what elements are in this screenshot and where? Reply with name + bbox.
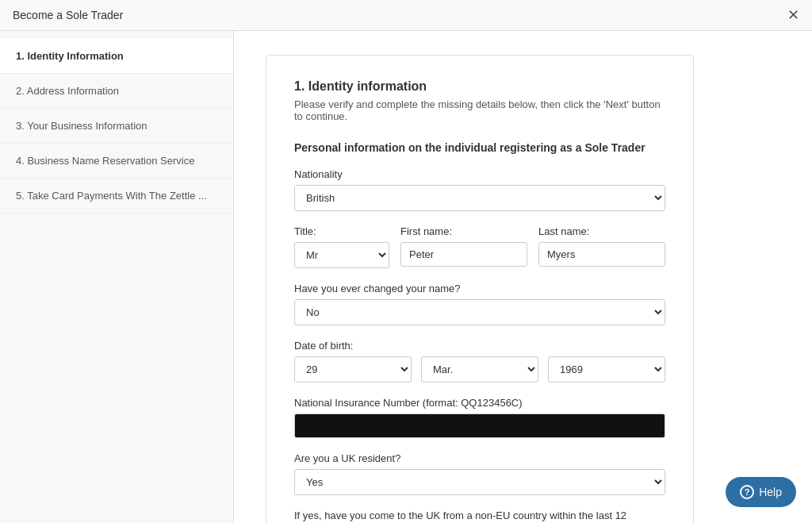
modal: Become a Sole Trader ✕ 1. Identity Infor… bbox=[0, 0, 812, 523]
dob-group: Date of birth: 29 Mar. bbox=[294, 340, 665, 383]
nationality-label: Nationality bbox=[294, 168, 665, 180]
last-name-input[interactable] bbox=[538, 242, 665, 267]
uk-resident-select[interactable]: Yes bbox=[294, 469, 665, 495]
ni-input[interactable] bbox=[294, 413, 665, 438]
ni-group: National Insurance Number (format: QQ123… bbox=[294, 397, 665, 438]
first-name-label: First name: bbox=[400, 225, 527, 237]
title-select[interactable]: Mr bbox=[294, 242, 389, 268]
help-button[interactable]: ? Help bbox=[726, 477, 796, 507]
non-eu-group: If yes, have you come to the UK from a n… bbox=[294, 510, 665, 523]
modal-title: Become a Sole Trader bbox=[13, 9, 123, 21]
close-button[interactable]: ✕ bbox=[787, 8, 799, 22]
last-name-label: Last name: bbox=[538, 225, 665, 237]
sidebar: 1. Identity Information 2. Address Infor… bbox=[0, 31, 234, 523]
first-name-input[interactable] bbox=[400, 242, 527, 267]
first-name-col: First name: bbox=[400, 225, 527, 268]
dob-year-select[interactable]: 1969 bbox=[548, 356, 665, 383]
form-step-subtitle: Please verify and complete the missing d… bbox=[294, 98, 665, 122]
name-changed-group: Have you ever changed your name? No bbox=[294, 283, 665, 325]
non-eu-label: If yes, have you come to the UK from a n… bbox=[294, 510, 665, 523]
uk-resident-label: Are you a UK resident? bbox=[294, 452, 665, 464]
help-icon: ? bbox=[740, 485, 754, 499]
form-step-title: 1. Identity information bbox=[294, 79, 665, 94]
sidebar-item-payments[interactable]: 5. Take Card Payments With The Zettle ..… bbox=[0, 179, 233, 213]
sidebar-item-identity[interactable]: 1. Identity Information bbox=[0, 39, 233, 74]
last-name-col: Last name: bbox=[538, 225, 665, 268]
dob-month-select[interactable]: Mar. bbox=[421, 356, 538, 383]
nationality-select[interactable]: British bbox=[294, 185, 665, 211]
form-card: 1. Identity information Please verify an… bbox=[266, 55, 694, 523]
uk-resident-group: Are you a UK resident? Yes bbox=[294, 452, 665, 495]
dob-day-select[interactable]: 29 bbox=[294, 356, 412, 383]
dob-label: Date of birth: bbox=[294, 340, 665, 352]
sidebar-item-business[interactable]: 3. Your Business Information bbox=[0, 109, 233, 144]
name-row: Title: Mr First name: Last name: bbox=[294, 225, 665, 268]
modal-body: 1. Identity Information 2. Address Infor… bbox=[0, 31, 812, 523]
nationality-group: Nationality British bbox=[294, 168, 665, 211]
ni-label: National Insurance Number (format: QQ123… bbox=[294, 397, 665, 409]
section-heading: Personal information on the individual r… bbox=[294, 138, 665, 154]
dob-month-col: Mar. bbox=[421, 356, 538, 383]
modal-header: Become a Sole Trader ✕ bbox=[0, 0, 812, 31]
sidebar-item-address[interactable]: 2. Address Information bbox=[0, 74, 233, 109]
title-col: Title: Mr bbox=[294, 225, 389, 268]
dob-day-col: 29 bbox=[294, 356, 412, 383]
help-label: Help bbox=[759, 486, 782, 498]
title-label: Title: bbox=[294, 225, 389, 237]
name-changed-select[interactable]: No bbox=[294, 299, 665, 325]
dob-year-col: 1969 bbox=[548, 356, 665, 383]
dob-row: 29 Mar. 1969 bbox=[294, 356, 665, 383]
sidebar-item-reservation[interactable]: 4. Business Name Reservation Service bbox=[0, 144, 233, 179]
main-content: 1. Identity information Please verify an… bbox=[234, 31, 812, 523]
name-changed-label: Have you ever changed your name? bbox=[294, 283, 665, 294]
